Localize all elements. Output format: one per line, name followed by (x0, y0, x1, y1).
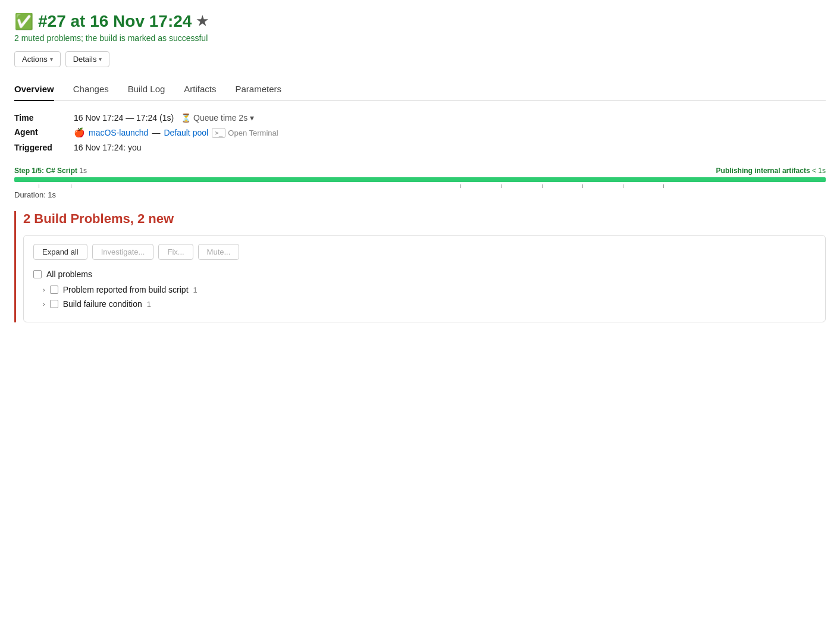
problems-box: Expand all Investigate... Fix... Mute...… (23, 235, 826, 322)
step-duration: 1s (79, 167, 87, 175)
triggered-value: 16 Nov 17:24: you (74, 143, 826, 152)
build-problems-section: 2 Build Problems, 2 new Expand all Inves… (14, 211, 826, 322)
timeline-bar-fill (14, 177, 826, 182)
mute-button[interactable]: Mute... (198, 244, 240, 260)
problem-1-expand-icon[interactable]: › (43, 286, 45, 293)
fix-button[interactable]: Fix... (158, 244, 193, 260)
actions-button[interactable]: Actions ▾ (14, 51, 61, 67)
time-value: 16 Nov 17:24 — 17:24 (1s) ⏳ Queue time 2… (74, 113, 826, 123)
details-label: Details (73, 55, 97, 64)
build-number: #27 at 16 Nov 17:24 (38, 12, 192, 31)
favorite-star-icon[interactable]: ★ (196, 14, 208, 29)
agent-value: 🍎 macOS-launchd — Default pool >_ Open T… (74, 127, 826, 138)
apple-icon: 🍎 (74, 127, 85, 138)
problem-1-checkbox[interactable] (50, 286, 58, 294)
agent-label: Agent (14, 127, 74, 138)
build-title: ✅ #27 at 16 Nov 17:24 ★ (14, 12, 826, 31)
time-label: Time (14, 113, 74, 123)
agent-separator: — (152, 128, 160, 137)
triggered-label: Triggered (14, 143, 74, 152)
details-button[interactable]: Details ▾ (65, 51, 110, 67)
tabs-nav: Overview Changes Build Log Artifacts Par… (14, 79, 826, 101)
timeline-labels: Step 1/5: C# Script 1s Publishing intern… (14, 167, 826, 175)
problem-1-count: 1 (193, 286, 198, 294)
tab-build-log[interactable]: Build Log (128, 79, 165, 101)
problem-item-1: › Problem reported from build script 1 (33, 285, 816, 294)
problem-item-2: › Build failure condition 1 (33, 299, 816, 309)
success-check-icon: ✅ (14, 12, 33, 31)
timeline-ticks (14, 184, 826, 188)
triggered-text: 16 Nov 17:24: you (74, 143, 142, 152)
timeline-bar-container (14, 177, 826, 182)
actions-chevron-icon: ▾ (50, 56, 53, 62)
publish-label: Publishing internal artifacts < 1s (716, 167, 826, 175)
queue-chevron-icon: ▾ (250, 113, 254, 123)
build-timeline: Step 1/5: C# Script 1s Publishing intern… (14, 167, 826, 199)
problem-2-count: 1 (147, 300, 151, 309)
queue-time: ⏳ Queue time 2s ▾ (181, 113, 254, 123)
problems-title: 2 Build Problems, 2 new (23, 211, 826, 227)
investigate-button[interactable]: Investigate... (92, 244, 154, 260)
terminal-icon: >_ (212, 128, 225, 138)
tab-overview[interactable]: Overview (14, 79, 54, 101)
header-buttons: Actions ▾ Details ▾ (14, 51, 826, 67)
open-terminal-label: Open Terminal (228, 128, 278, 137)
expand-all-button[interactable]: Expand all (33, 244, 87, 260)
problem-2-label: Build failure condition (63, 299, 142, 309)
duration-label: Duration: 1s (14, 190, 826, 199)
problem-2-checkbox[interactable] (50, 300, 58, 308)
build-info: Time 16 Nov 17:24 — 17:24 (1s) ⏳ Queue t… (14, 113, 826, 152)
agent-pool-link[interactable]: Default pool (164, 128, 208, 137)
all-problems-checkbox[interactable] (33, 270, 42, 278)
actions-label: Actions (22, 55, 48, 64)
tab-parameters[interactable]: Parameters (236, 79, 282, 101)
agent-name-link[interactable]: macOS-launchd (89, 128, 148, 137)
problem-2-expand-icon[interactable]: › (43, 300, 45, 308)
build-subtitle: 2 muted problems; the build is marked as… (14, 33, 826, 43)
step-name: Step 1/5: C# Script (14, 167, 77, 175)
tab-changes[interactable]: Changes (73, 79, 109, 101)
problems-actions: Expand all Investigate... Fix... Mute... (33, 244, 816, 260)
queue-time-label: Queue time 2s (193, 113, 247, 123)
details-chevron-icon: ▾ (99, 56, 102, 62)
step-label: Step 1/5: C# Script 1s (14, 167, 87, 175)
tab-artifacts[interactable]: Artifacts (184, 79, 216, 101)
page-header: ✅ #27 at 16 Nov 17:24 ★ 2 muted problems… (14, 12, 826, 67)
open-terminal-button[interactable]: >_ Open Terminal (212, 128, 278, 138)
problem-1-label: Problem reported from build script (63, 285, 189, 294)
all-problems-row: All problems (33, 269, 816, 279)
time-range: 16 Nov 17:24 — 17:24 (1s) (74, 113, 174, 123)
all-problems-label: All problems (46, 269, 92, 279)
publish-name: Publishing internal artifacts (716, 167, 810, 175)
hourglass-icon: ⏳ (181, 113, 191, 123)
